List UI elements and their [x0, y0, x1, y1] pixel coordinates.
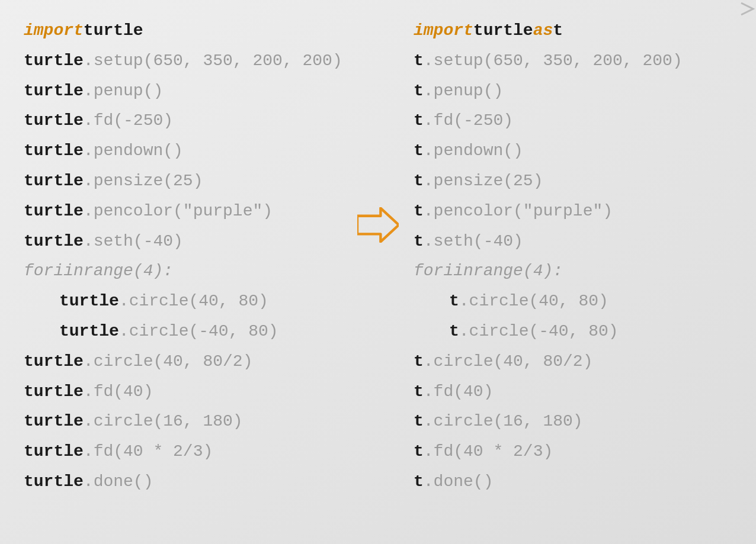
code-token: .penup() [424, 78, 503, 105]
right-code-block: import turtle as tt.setup(650, 350, 200,… [414, 18, 732, 495]
code-token: turtle [24, 48, 84, 75]
code-token: t [414, 349, 424, 375]
code-token: turtle [24, 108, 84, 134]
code-line: turtle.pencolor("purple") [24, 198, 342, 225]
code-token: .setup(650, 350, 200, 200) [84, 48, 342, 75]
code-line: turtle.fd(40) [24, 379, 342, 405]
code-token: .fd(40) [84, 379, 153, 405]
code-token: t [414, 469, 424, 495]
code-line: t.circle(-40, 80) [414, 318, 732, 345]
code-line: turtle.pensize(25) [24, 168, 342, 195]
code-line: t.setup(650, 350, 200, 200) [414, 48, 732, 75]
code-token: .fd(40 * 2/3) [424, 439, 553, 465]
code-token: .circle(-40, 80) [119, 318, 278, 345]
code-token: range(4): [84, 258, 173, 285]
code-token: range(4): [473, 258, 563, 285]
code-line: t.fd(40) [414, 379, 732, 405]
code-token: turtle [24, 349, 84, 375]
code-line: turtle.circle(-40, 80) [24, 318, 342, 345]
code-line: turtle.penup() [24, 78, 342, 105]
svg-marker-0 [357, 208, 399, 242]
code-line: turtle.seth(-40) [24, 228, 342, 255]
code-token: .circle(40, 80/2) [424, 349, 593, 375]
code-token: turtle [24, 168, 84, 195]
code-line: t.done() [414, 469, 732, 495]
code-token: in [453, 258, 473, 285]
code-token: t [414, 48, 424, 75]
code-line: t.pencolor("purple") [414, 198, 732, 225]
code-token: t [414, 408, 424, 435]
code-token: .circle(40, 80) [459, 288, 608, 315]
code-token: .seth(-40) [84, 228, 183, 255]
code-line: turtle.done() [24, 469, 342, 495]
code-token: turtle [24, 469, 84, 495]
code-token: turtle [24, 138, 84, 165]
code-line: turtle.setup(650, 350, 200, 200) [24, 48, 342, 75]
code-token: turtle [59, 318, 119, 345]
code-token: turtle [24, 408, 84, 435]
code-token: t [414, 168, 424, 195]
code-token: .circle(16, 180) [84, 408, 243, 435]
code-token: .pensize(25) [424, 168, 543, 195]
code-line: t.fd(-250) [414, 108, 732, 134]
code-token: .circle(40, 80/2) [84, 349, 253, 375]
code-token: .fd(-250) [424, 108, 513, 134]
code-token: .pensize(25) [84, 168, 203, 195]
code-token: .done() [84, 469, 153, 495]
code-line: t.circle(40, 80) [414, 288, 732, 315]
code-token: as [533, 18, 553, 44]
code-line: import turtle as t [414, 18, 732, 44]
code-token: .circle(40, 80) [119, 288, 268, 315]
code-token: turtle [59, 288, 119, 315]
code-token: .done() [424, 469, 494, 495]
code-token: .seth(-40) [424, 228, 523, 255]
code-token: t [414, 228, 424, 255]
code-line: t.pensize(25) [414, 168, 732, 195]
code-token: turtle [24, 439, 84, 465]
transform-arrow-icon [357, 207, 399, 243]
page: import turtleturtle.setup(650, 350, 200,… [0, 0, 756, 544]
code-token: t [553, 18, 563, 44]
code-token: .pencolor("purple") [424, 198, 613, 225]
code-line: t.penup() [414, 78, 732, 105]
code-token: import [414, 18, 473, 44]
code-token: turtle [473, 18, 533, 44]
code-token: for [414, 258, 443, 285]
code-token: t [414, 78, 424, 105]
code-token: import [24, 18, 84, 44]
code-token: .circle(16, 180) [424, 408, 583, 435]
code-line: t.circle(16, 180) [414, 408, 732, 435]
top-right-chevron-icon [738, 0, 756, 18]
code-line: t.fd(40 * 2/3) [414, 439, 732, 465]
code-token: i [443, 258, 453, 285]
code-line: for i in range(4): [24, 258, 342, 285]
code-line: turtle.fd(-250) [24, 108, 342, 134]
code-token: .fd(40) [424, 379, 494, 405]
code-token: .penup() [84, 78, 163, 105]
code-token: i [53, 258, 63, 285]
code-token: .setup(650, 350, 200, 200) [424, 48, 683, 75]
code-token: in [63, 258, 84, 285]
code-token: turtle [24, 379, 84, 405]
code-token: turtle [84, 18, 143, 44]
code-token: t [449, 288, 459, 315]
code-token: turtle [24, 198, 84, 225]
code-token: t [414, 108, 424, 134]
code-token: turtle [24, 78, 84, 105]
code-line: t.seth(-40) [414, 228, 732, 255]
code-token: .pendown() [84, 138, 183, 165]
code-line: turtle.circle(40, 80/2) [24, 349, 342, 375]
left-code-block: import turtleturtle.setup(650, 350, 200,… [24, 18, 342, 495]
code-token: .pendown() [424, 138, 523, 165]
code-line: turtle.fd(40 * 2/3) [24, 439, 342, 465]
code-token: .fd(-250) [84, 108, 173, 134]
code-token: turtle [24, 228, 84, 255]
code-token: t [414, 379, 424, 405]
code-line: t.circle(40, 80/2) [414, 349, 732, 375]
code-line: turtle.pendown() [24, 138, 342, 165]
code-line: turtle.circle(40, 80) [24, 288, 342, 315]
code-token: t [414, 138, 424, 165]
code-line: turtle.circle(16, 180) [24, 408, 342, 435]
arrow-container [342, 18, 414, 243]
code-token: .pencolor("purple") [84, 198, 273, 225]
